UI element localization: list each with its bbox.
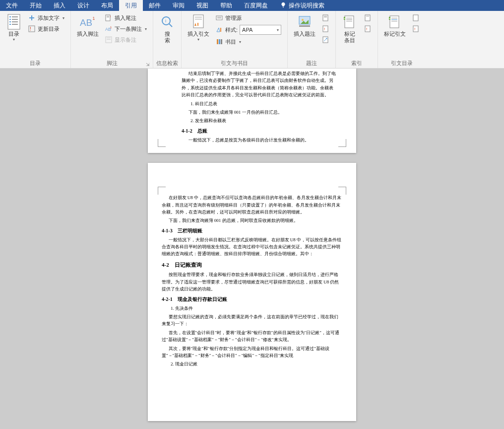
tab-layout[interactable]: 布局: [95, 0, 119, 11]
tab-start[interactable]: 开始: [24, 0, 48, 11]
caption-small-3[interactable]: [320, 35, 330, 45]
chevron-down-icon: ▾: [13, 37, 15, 42]
index-small-1[interactable]: [363, 13, 373, 23]
group-label-authorities: 引文目录: [381, 59, 423, 68]
lightbulb-icon: [280, 2, 287, 9]
mark-entry-icon: +: [342, 14, 358, 30]
insert-endnote-button[interactable]: i 插入尾注: [104, 13, 148, 23]
insert-citation-button[interactable]: 插入引文 ▾: [185, 12, 212, 44]
svg-rect-33: [217, 18, 221, 18]
svg-rect-47: [346, 18, 352, 18]
group-label-footnotes: 脚注⇲: [74, 59, 150, 68]
index-doc-icon: [364, 14, 372, 22]
mark-citation-button[interactable]: + 标记引文: [381, 12, 409, 39]
insert-citation-label: 插入引文: [188, 31, 209, 37]
tab-mail[interactable]: 邮件: [143, 0, 167, 11]
group-label-index: 索引: [339, 59, 375, 68]
tab-view[interactable]: 视图: [190, 0, 214, 11]
svg-rect-46: [345, 16, 354, 28]
insert-footnote-label: 插入脚注: [77, 31, 99, 37]
document-area[interactable]: 结束后填制丁字账、并接此生成一份科目汇总表是必需要做的工作。到了电脑账中，已没有…: [0, 69, 504, 429]
svg-rect-53: [366, 16, 369, 16]
svg-rect-39: [299, 25, 310, 27]
body-text: 其次，要将"现金"和"银行存款"分别指定为现金科目和银行科目。这可通过"基础设置…: [162, 345, 342, 359]
svg-text:!: !: [324, 27, 325, 31]
body-text: 一般情况下，总账是按页为各级科目的合计发生额和余额的。: [182, 137, 336, 143]
update-toc-button[interactable]: ! 更新目录: [27, 24, 65, 34]
tab-review[interactable]: 审阅: [167, 0, 190, 11]
search-label: 搜 索: [165, 31, 170, 44]
tab-tellme[interactable]: 操作说明搜索: [274, 0, 330, 11]
tab-references[interactable]: 引用: [119, 0, 143, 11]
add-text-button[interactable]: 添加文字▾: [27, 13, 65, 23]
bibliography-icon: [215, 38, 223, 46]
dialog-launcher-icon[interactable]: ⇲: [146, 62, 150, 67]
body-text: 下面，我们来生成账簿 001 一月份的科目汇总。: [182, 109, 336, 116]
svg-text:i: i: [165, 18, 166, 23]
auth-small-1[interactable]: [411, 13, 421, 23]
svg-text:!: !: [366, 27, 367, 31]
mark-citation-icon: +: [387, 14, 403, 30]
group-index: + 标记 条目 ! 索引: [336, 11, 378, 68]
next-footnote-button[interactable]: AB1 下一条脚注▾: [104, 24, 148, 34]
caption-small-2[interactable]: !: [320, 24, 330, 34]
svg-rect-6: [12, 21, 18, 22]
svg-text:+: +: [389, 17, 391, 20]
svg-text:+: +: [344, 17, 346, 20]
group-authorities: + 标记引文 ! 引文目录: [378, 11, 426, 68]
body-text: 结束后填制丁字账、并接此生成一份科目汇总表是必需要做的工作。到了电脑账中，已没有…: [182, 70, 336, 99]
search-icon: i: [159, 14, 175, 30]
svg-rect-59: [391, 21, 397, 21]
svg-rect-2: [12, 16, 18, 17]
body-text: 按照现金管理要求，现金和银行存款业务须单独设立日记账，做到日清月结，进行严格管理…: [162, 271, 342, 292]
doc-icon: [321, 14, 329, 22]
body-text: 要想实现日记账的查询，必须先要满足两个条件，这在前面的章节已经学过，现在我们来复…: [162, 313, 342, 328]
list-item: 2. 发生额和余额表: [182, 117, 336, 124]
page-corner: [158, 139, 166, 147]
menu-tab-bar: 文件 开始 插入 设计 布局 引用 邮件 审阅 视图 帮助 百度网盘 操作说明搜…: [0, 0, 504, 11]
svg-text:!: !: [414, 27, 415, 31]
toc-button[interactable]: 目录 ▾: [3, 12, 25, 44]
body-text: 一般情况下，大部分科目都以三栏形式反映明细账。在好朋友 U8 中，可以按任意条件…: [162, 236, 342, 258]
svg-rect-41: [324, 16, 327, 16]
svg-rect-15: [106, 15, 110, 21]
page-corner: [158, 187, 166, 195]
index-small-2[interactable]: !: [363, 24, 373, 34]
group-citations: 插入引文 ▾ 管理源 样式: APA ▾ 书目▾: [182, 11, 288, 68]
tab-insert[interactable]: 插入: [48, 0, 71, 11]
insert-footnote-button[interactable]: AB1 插入脚注: [74, 12, 102, 39]
svg-rect-57: [391, 18, 397, 18]
tab-design[interactable]: 设计: [71, 0, 95, 11]
auth-small-2[interactable]: !: [411, 24, 421, 34]
group-footnotes: AB1 插入脚注 i 插入尾注 AB1 下一条脚注▾ 显示备注 脚注⇲: [71, 11, 153, 68]
insert-caption-button[interactable]: 插入题注: [291, 12, 318, 39]
show-notes-button: 显示备注: [104, 35, 148, 45]
tab-baidudisk[interactable]: 百度网盘: [238, 0, 274, 11]
group-label-citations: 引文与书目: [185, 59, 284, 68]
bibliography-button[interactable]: 书目▾: [214, 37, 282, 47]
tab-file[interactable]: 文件: [0, 0, 24, 11]
tellme-text: 操作说明搜索: [289, 1, 324, 10]
svg-rect-29: [195, 19, 202, 19]
caption-small-1[interactable]: [320, 13, 330, 23]
svg-rect-10: [31, 15, 32, 20]
show-notes-icon: [105, 36, 113, 44]
footnote-icon: AB1: [80, 14, 96, 30]
search-button[interactable]: i 搜 索: [156, 12, 178, 46]
svg-rect-16: [107, 16, 109, 16]
heading: 4-1-2 总账: [182, 127, 336, 135]
page-corner: [338, 139, 346, 147]
next-footnote-icon: AB1: [105, 25, 113, 33]
svg-rect-28: [195, 17, 202, 17]
style-combobox[interactable]: APA ▾: [240, 25, 281, 35]
citation-icon: [190, 14, 206, 30]
body-text: 首先，在设置"会计科目"时，要将"现金"和"银行存款"的科目属性设为"日记账"，…: [162, 329, 342, 344]
page-1: 结束后填制丁字账、并接此生成一份科目汇总表是必需要做的工作。到了电脑账中，已没有…: [148, 69, 356, 153]
manage-sources-button[interactable]: 管理源: [214, 13, 282, 23]
caption-icon: [297, 14, 313, 30]
mark-entry-button[interactable]: + 标记 条目: [339, 12, 361, 46]
chevron-down-icon: ▾: [277, 28, 279, 32]
tab-help[interactable]: 帮助: [214, 0, 238, 11]
citation-style-button[interactable]: 样式: APA ▾: [214, 24, 282, 36]
group-research: i 搜 索 信息检索: [153, 11, 182, 68]
